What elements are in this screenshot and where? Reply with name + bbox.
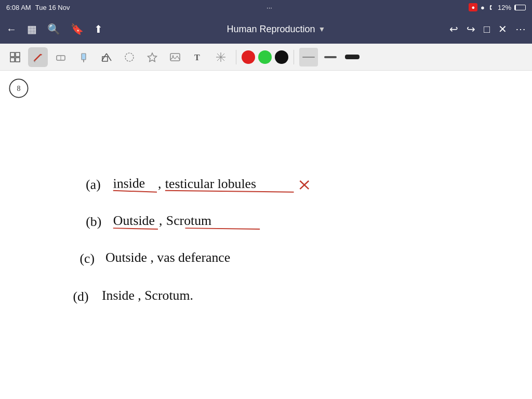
status-center: ··· (267, 4, 272, 11)
status-bar: 6:08 AM Tue 16 Nov ··· ● ● 🕻 12% (0, 0, 532, 15)
svg-point-17 (172, 55, 174, 57)
battery-percent: 12% (498, 4, 511, 11)
canvas-area[interactable]: 8 (a) inside , testicular lobules (b) Ou… (0, 71, 532, 399)
headphone-label: 🕻 (488, 4, 495, 11)
redo-button[interactable]: ↪ (467, 23, 475, 35)
text-icon: T (192, 51, 204, 63)
toolbar-left: ← ▦ 🔍 🔖 ⬆ (6, 23, 103, 35)
svg-text:Outside , vas deferance: Outside , vas deferance (105, 250, 230, 265)
svg-text:(c): (c) (79, 251, 95, 266)
svg-rect-0 (10, 52, 15, 57)
svg-line-27 (113, 191, 157, 192)
star-icon (147, 51, 158, 63)
svg-text:Outside: Outside (113, 213, 155, 228)
undo-button[interactable]: ↩ (449, 23, 458, 35)
svg-rect-1 (16, 52, 20, 57)
svg-line-35 (113, 228, 158, 229)
toolbar-right: ↩ ↪ □ ✕ ⋯ (449, 23, 526, 35)
main-toolbar: ← ▦ 🔍 🔖 ⬆ Human Reproduction ▼ ↩ ↪ □ ✕ ⋯ (0, 15, 532, 44)
svg-rect-16 (170, 54, 180, 61)
element-icon (215, 51, 227, 63)
add-page-button[interactable]: □ (484, 23, 490, 35)
status-left: 6:08 AM Tue 16 Nov (6, 4, 70, 11)
text-tool[interactable]: T (188, 47, 208, 67)
svg-text:,: , (158, 176, 161, 191)
svg-text:(b): (b) (86, 214, 101, 229)
separator-2 (294, 50, 294, 64)
shapes-icon (101, 51, 112, 63)
tools-bar: T (0, 44, 532, 71)
star-tool[interactable] (142, 47, 162, 67)
svg-text:(a): (a) (86, 177, 101, 192)
svg-text:testicular lobules: testicular lobules (165, 176, 256, 191)
lasso-tool[interactable] (119, 47, 139, 67)
rec-badge: ● (469, 3, 477, 11)
more-button[interactable]: ⋯ (515, 23, 526, 35)
toolbar-center: Human Reproduction ▼ (227, 24, 325, 35)
eraser-tool[interactable] (51, 47, 71, 67)
time-display: 6:08 AM (6, 4, 31, 11)
image-tool[interactable] (165, 47, 185, 67)
svg-marker-15 (148, 53, 157, 62)
close-button[interactable]: ✕ (498, 23, 507, 35)
svg-rect-2 (10, 58, 15, 62)
title-chevron[interactable]: ▼ (318, 25, 326, 33)
svg-text:,: , (159, 213, 162, 228)
color-green[interactable] (258, 50, 272, 64)
status-right: ● ● 🕻 12% (469, 3, 526, 11)
highlighter-tool[interactable] (74, 47, 94, 67)
svg-line-4 (34, 55, 41, 61)
svg-text:inside: inside (113, 176, 145, 191)
thin-line (302, 57, 315, 58)
color-red[interactable] (242, 50, 255, 64)
separator-1 (236, 50, 236, 64)
bookmark-button[interactable]: 🔖 (71, 23, 84, 35)
back-button[interactable]: ← (6, 23, 17, 35)
share-button[interactable]: ⬆ (94, 23, 103, 35)
element-tool[interactable] (211, 47, 231, 67)
ellipsis-dots: ··· (267, 4, 272, 11)
thickness-thin[interactable] (299, 48, 318, 66)
svg-rect-9 (82, 54, 86, 60)
svg-text:Inside , Scrotum.: Inside , Scrotum. (102, 288, 193, 303)
svg-text:(d): (d) (73, 289, 89, 304)
svg-line-6 (34, 61, 35, 62)
svg-line-38 (185, 228, 260, 229)
battery-fill (515, 5, 516, 10)
shapes-tool[interactable] (97, 47, 116, 67)
select-icon (9, 51, 21, 63)
thick-line (345, 55, 360, 59)
grid-button[interactable]: ▦ (27, 23, 37, 35)
svg-rect-3 (16, 58, 20, 62)
eraser-icon (55, 51, 66, 63)
svg-text:Scrotum: Scrotum (166, 213, 211, 228)
thickness-medium[interactable] (321, 48, 340, 66)
headphone-icon: ● (481, 4, 485, 11)
color-black[interactable] (275, 50, 288, 64)
battery-bar (514, 5, 526, 10)
select-tool[interactable] (5, 47, 25, 67)
medium-line (324, 56, 337, 58)
pen-tool[interactable] (28, 47, 48, 67)
svg-point-14 (125, 53, 134, 61)
lasso-icon (124, 51, 135, 63)
pen-icon (32, 51, 44, 63)
thickness-thick[interactable] (343, 48, 362, 66)
svg-text:T: T (194, 53, 200, 62)
document-title: Human Reproduction (227, 24, 315, 35)
search-button[interactable]: 🔍 (47, 23, 60, 35)
date-display: Tue 16 Nov (35, 4, 70, 11)
handwriting-layer: (a) inside , testicular lobules (b) Outs… (0, 71, 532, 399)
image-icon (169, 51, 181, 63)
highlighter-icon (78, 51, 89, 63)
